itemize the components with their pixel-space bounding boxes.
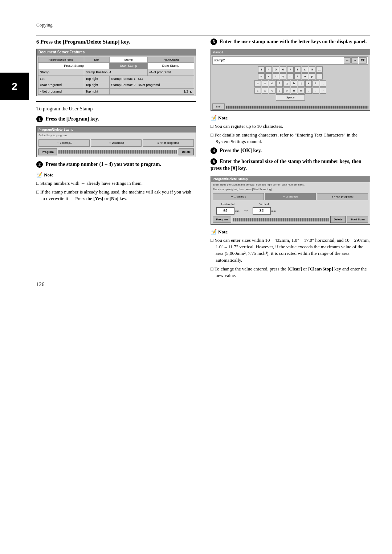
- program-button[interactable]: Program: [38, 148, 57, 155]
- horizontal-unit: mm: [235, 209, 240, 213]
- key-p[interactable]: p: [309, 73, 315, 80]
- key-i[interactable]: i: [294, 73, 301, 80]
- key-4[interactable]: 4: [265, 66, 272, 73]
- key-g[interactable]: g: [283, 80, 290, 86]
- sub-step-3: 3 Enter the user stamp name with the let…: [211, 38, 370, 45]
- note-box-3: 📝 Note You can enter sizes within 10 – 4…: [211, 228, 370, 279]
- key-o[interactable]: o: [302, 73, 308, 80]
- key-ellipsis2[interactable]: …: [316, 73, 323, 80]
- sub-step-5-title: 5 Enter the horizontal size of the stamp…: [211, 158, 370, 172]
- size-start-scan-btn[interactable]: Start Scan: [347, 216, 368, 223]
- note1-item2: If the stamp number is already being use…: [36, 189, 196, 202]
- stamp1-num: 1: [60, 141, 61, 145]
- key-6[interactable]: 6: [280, 66, 286, 73]
- key-a[interactable]: a: [254, 80, 261, 86]
- tab-preset-stamp[interactable]: Preset Stamp: [38, 63, 110, 69]
- kb-shift-row: Shift: [211, 103, 370, 110]
- key-8[interactable]: 8: [294, 66, 301, 73]
- key-slash[interactable]: /: [320, 87, 326, 94]
- kb-keys-area: 3 4 5 6 7 8 s 9 … e r t y: [211, 66, 370, 103]
- key-s2[interactable]: s: [262, 80, 268, 86]
- stamp-btn-1[interactable]: ↔ 1 stamp1: [38, 139, 90, 146]
- key-5[interactable]: 5: [273, 66, 279, 73]
- key-e[interactable]: e: [258, 73, 265, 80]
- key-m[interactable]: m: [298, 87, 305, 94]
- sub-step-3-title: 3 Enter the user stamp name with the let…: [211, 38, 370, 45]
- kb-left-btn[interactable]: ←: [344, 57, 351, 64]
- key-v[interactable]: v: [276, 87, 283, 94]
- sub-step-2: 2 Press the stamp number (1 – 4) you wan…: [36, 161, 196, 168]
- circle-4: 4: [211, 147, 217, 154]
- note-label-3: Note: [218, 229, 228, 235]
- stamp2-label: stamp2: [114, 141, 124, 145]
- delete-button[interactable]: Delete: [179, 148, 194, 155]
- key-y[interactable]: y: [280, 73, 286, 80]
- stamp-btn-2[interactable]: ↔ 2 stamp2: [91, 139, 142, 146]
- sub-step-2-title: 2 Press the stamp number (1 – 4) you wan…: [36, 161, 196, 168]
- size-stamp-1[interactable]: ↔ 1 stamp1: [213, 193, 264, 200]
- kb-back-btn[interactable]: Bk: [359, 57, 367, 64]
- sub-step-1-title: 1 Press the [Program] key.: [36, 115, 196, 123]
- header-rule: [36, 36, 370, 36]
- size-status-bar: [233, 218, 329, 221]
- cell-stamp-label: Stamp: [38, 69, 84, 76]
- size-program-btn[interactable]: Program: [213, 216, 231, 223]
- key-t[interactable]: t: [273, 73, 279, 80]
- stamp-btn-3[interactable]: 3 «Not programd: [143, 139, 194, 146]
- tab-io[interactable]: Input/Output: [147, 57, 194, 63]
- key-3[interactable]: 3: [258, 66, 265, 73]
- key-r[interactable]: r: [265, 73, 272, 80]
- size-inputs: Horizontal 64 mm → Vertical 32 mm: [213, 202, 368, 215]
- size-delete-btn[interactable]: Delete: [330, 216, 346, 223]
- status-bar: [58, 150, 177, 154]
- kb-input-value[interactable]: stamp2: [214, 58, 344, 63]
- stamp2-arrow: ↔: [109, 141, 111, 145]
- prog-del-body: ↔ 1 stamp1 ↔ 2 stamp2 3 «Not programd: [37, 138, 196, 156]
- key-l[interactable]: l: [313, 80, 319, 86]
- key-period[interactable]: .: [305, 87, 312, 94]
- key-period2[interactable]: .: [313, 87, 319, 94]
- key-j[interactable]: j: [298, 80, 305, 86]
- tab-stamp[interactable]: Stamp: [110, 57, 148, 63]
- tab-user-stamp[interactable]: User Stamp: [110, 63, 148, 69]
- horizontal-value[interactable]: 64: [216, 207, 234, 215]
- key-semicolon[interactable]: ;: [320, 80, 326, 86]
- cell-top-right3: Top right: [84, 88, 110, 95]
- key-7[interactable]: 7: [287, 66, 294, 73]
- program-delete-screen: Program/Delete Stamp Select key to progr…: [36, 126, 196, 157]
- to-program-title: To program the User Stamp: [36, 105, 196, 113]
- key-h[interactable]: h: [291, 80, 297, 86]
- key-x[interactable]: x: [262, 87, 268, 94]
- size-stamp-3[interactable]: 3 «Not programd: [317, 193, 368, 200]
- tab-reproduction[interactable]: Reproduction Ratio: [38, 57, 84, 63]
- key-space[interactable]: Space: [276, 94, 305, 101]
- size-stamp-2[interactable]: ↔ 2 stamp2: [265, 193, 316, 200]
- stamp3-num: 3: [158, 141, 159, 145]
- note-box-1: 📝 Note Stamp numbers with ↔ already have…: [36, 171, 196, 202]
- kb-shift-btn[interactable]: Shift: [212, 103, 225, 110]
- kb-right-btn[interactable]: →: [351, 57, 358, 64]
- tab-edit[interactable]: Edit: [84, 57, 110, 63]
- key-k[interactable]: k: [305, 80, 312, 86]
- cell-not-prog1: «Not programd: [147, 69, 194, 76]
- stamp-selection-row: ↔ 1 stamp1 ↔ 2 stamp2 3 «Not programd: [38, 139, 194, 146]
- size-screen-sub2: Place stamp original, then press [Start …: [211, 187, 370, 192]
- key-c[interactable]: c: [269, 87, 275, 94]
- vertical-value[interactable]: 32: [253, 207, 271, 215]
- stamp2-num: 2: [112, 141, 114, 145]
- key-ellipsis1[interactable]: …: [316, 66, 323, 73]
- note-label-2: Note: [218, 115, 228, 121]
- key-s1[interactable]: s: [302, 66, 308, 73]
- key-u[interactable]: u: [287, 73, 294, 80]
- key-b[interactable]: b: [283, 87, 290, 94]
- key-9[interactable]: 9: [309, 66, 315, 73]
- key-f[interactable]: f: [276, 80, 283, 86]
- key-n[interactable]: n: [291, 87, 297, 94]
- key-d[interactable]: d: [269, 80, 275, 86]
- right-column: 3 Enter the user stamp name with the let…: [211, 38, 370, 281]
- circle-3: 3: [211, 38, 217, 45]
- tab-date-stamp[interactable]: Date Stamp: [147, 63, 194, 69]
- key-z[interactable]: z: [254, 87, 261, 94]
- sub1-text: Press the [Program] key.: [46, 116, 99, 122]
- chapter-number: 2: [0, 73, 29, 100]
